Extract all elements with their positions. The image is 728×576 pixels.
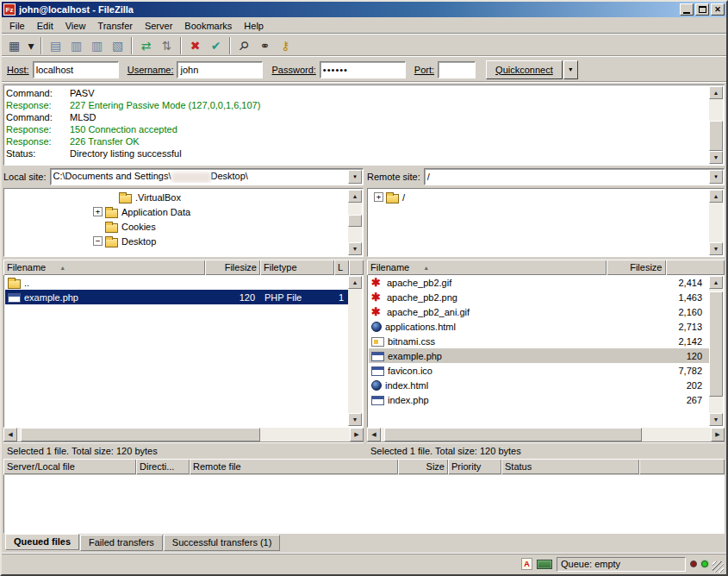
remote-list-hscrollbar-thumb[interactable] <box>384 428 642 441</box>
remote-site-dropdown-button[interactable]: ▾ <box>709 170 723 184</box>
quickconnect-button[interactable]: Quickconnect <box>486 60 563 79</box>
remote-list-scrollbar-up-button[interactable]: ▲ <box>709 276 723 289</box>
local-list-hscrollbar-thumb[interactable] <box>21 428 260 441</box>
port-input[interactable] <box>438 61 476 78</box>
log-scrollbar-track[interactable] <box>709 99 723 151</box>
collapse-icon[interactable]: − <box>93 236 103 246</box>
password-input[interactable] <box>320 61 406 78</box>
remote-tree-scrollbar-track[interactable] <box>709 203 723 242</box>
menu-transfer[interactable]: Transfer <box>91 18 139 34</box>
local-tree-scrollbar-down-button[interactable]: ▼ <box>348 242 362 255</box>
queue-column-priority[interactable]: Priority <box>448 459 501 474</box>
file-row[interactable]: bitnami.css2,142 <box>369 334 709 348</box>
file-row[interactable]: example.php120 <box>369 348 709 363</box>
remote-list-hscrollbar[interactable]: ◀▶ <box>367 428 725 441</box>
close-button[interactable]: ✕ <box>711 3 725 16</box>
tab-queued-files[interactable]: Queued files <box>5 534 79 550</box>
expand-icon[interactable]: + <box>374 192 383 202</box>
menu-view[interactable]: View <box>59 18 92 34</box>
local-tree-scrollbar-up-button[interactable]: ▲ <box>348 190 362 203</box>
queue-column-size[interactable]: Size <box>398 459 448 474</box>
remote-list-hscrollbar-right-button[interactable]: ▶ <box>711 428 725 441</box>
remote-site-combo[interactable]: / ▾ <box>424 168 725 185</box>
file-row[interactable]: example.php120PHP File1 <box>5 290 348 304</box>
username-input[interactable] <box>177 61 263 78</box>
column-header-l[interactable]: L <box>334 260 349 275</box>
local-site-combo[interactable]: C:\Documents and Settings\Desktop\ ▾ <box>50 168 364 185</box>
tab-successful-transfers-1[interactable]: Successful transfers (1) <box>164 535 281 551</box>
column-header-filetype[interactable]: Filetype <box>260 260 334 275</box>
tree-item[interactable]: +/ <box>369 190 709 204</box>
site-manager-button[interactable]: ▦ <box>4 36 24 55</box>
file-row[interactable]: .. <box>5 275 348 290</box>
local-list-scrollbar-down-button[interactable]: ▼ <box>348 413 362 426</box>
remote-list-scrollbar[interactable]: ▲▼ <box>709 276 723 426</box>
toggle-message-log-button[interactable]: ▤ <box>46 36 65 55</box>
remote-list-hscrollbar-track[interactable] <box>381 428 711 441</box>
local-site-dropdown-button[interactable]: ▾ <box>348 170 362 184</box>
file-row[interactable]: apache_pb2_ani.gif2,160 <box>369 304 709 319</box>
file-row[interactable]: favicon.ico7,782 <box>369 363 709 378</box>
menu-edit[interactable]: Edit <box>31 18 59 34</box>
local-list-hscrollbar-right-button[interactable]: ▶ <box>350 428 364 441</box>
refresh-button[interactable]: ⇄ <box>136 36 156 55</box>
menu-help[interactable]: Help <box>238 18 270 34</box>
host-input[interactable] <box>33 61 119 78</box>
column-header-filesize[interactable]: Filesize <box>205 260 260 275</box>
column-header-filename[interactable]: Filename▲ <box>367 260 607 275</box>
site-manager-dropdown-button[interactable]: ▾ <box>25 36 37 55</box>
menu-bookmarks[interactable]: Bookmarks <box>178 18 238 34</box>
remote-list-scrollbar-track[interactable] <box>709 289 723 413</box>
tree-item[interactable]: +Application Data <box>5 204 348 219</box>
local-list-scrollbar-up-button[interactable]: ▲ <box>348 276 362 289</box>
remote-list-scrollbar-thumb[interactable] <box>709 291 723 397</box>
menu-server[interactable]: Server <box>139 18 178 34</box>
resize-grip[interactable] <box>712 561 724 573</box>
expand-icon[interactable]: + <box>93 207 103 216</box>
menu-file[interactable]: File <box>3 18 31 34</box>
tree-item[interactable]: Cookies <box>5 219 348 234</box>
file-row[interactable]: index.html202 <box>369 378 709 392</box>
file-row[interactable]: apache_pb2.gif2,414 <box>369 275 709 290</box>
toggle-remote-tree-button[interactable]: ▥ <box>87 36 107 55</box>
queue-column-directi[interactable]: Directi... <box>136 459 190 474</box>
minimize-button[interactable] <box>680 3 694 16</box>
local-tree-scrollbar-track[interactable] <box>348 203 362 242</box>
local-list-scrollbar[interactable]: ▲▼ <box>348 276 362 426</box>
local-list-scrollbar-track[interactable] <box>348 289 362 413</box>
remote-tree-scrollbar-down-button[interactable]: ▼ <box>709 242 723 255</box>
transfer-queue-body[interactable] <box>3 475 725 534</box>
remote-list-hscrollbar-left-button[interactable]: ◀ <box>367 428 381 441</box>
local-list-hscrollbar[interactable]: ◀▶ <box>3 428 364 441</box>
directory-comparison-button[interactable]: ⚲ <box>234 36 254 55</box>
file-row[interactable]: index.php267 <box>369 392 709 407</box>
quickconnect-dropdown-button[interactable]: ▾ <box>563 60 578 79</box>
queue-column-status[interactable]: Status <box>501 459 639 474</box>
local-tree-scrollbar[interactable]: ▲▼ <box>348 190 362 255</box>
maximize-button[interactable] <box>695 3 709 16</box>
cancel-button[interactable]: ✖ <box>185 36 205 55</box>
file-row[interactable]: apache_pb2.png1,463 <box>369 290 709 304</box>
remote-list-scrollbar-down-button[interactable]: ▼ <box>709 413 723 426</box>
local-tree-scrollbar-thumb[interactable] <box>348 215 362 227</box>
log-scrollbar-down-button[interactable]: ▼ <box>709 151 723 164</box>
file-row[interactable]: applications.html2,713 <box>369 319 709 334</box>
column-header-filesize[interactable]: Filesize <box>607 260 666 275</box>
local-list-hscrollbar-left-button[interactable]: ◀ <box>3 428 17 441</box>
tree-item[interactable]: .VirtualBox <box>5 190 348 204</box>
disconnect-button[interactable]: ✔ <box>206 36 226 55</box>
tab-failed-transfers[interactable]: Failed transfers <box>80 535 163 551</box>
titlebar[interactable]: Fz john@localhost - FileZilla ✕ <box>2 2 726 17</box>
queue-column-server-local-file[interactable]: Server/Local file <box>3 459 136 474</box>
log-scrollbar-up-button[interactable]: ▲ <box>709 86 723 99</box>
remote-tree-scrollbar-up-button[interactable]: ▲ <box>709 190 723 203</box>
log-scrollbar-thumb[interactable] <box>709 121 723 151</box>
log-scrollbar[interactable]: ▲▼ <box>709 86 723 164</box>
site-keys-button[interactable]: ⚷ <box>276 36 296 55</box>
find-files-button[interactable]: ⚭ <box>255 36 275 55</box>
toggle-local-tree-button[interactable]: ▥ <box>66 36 86 55</box>
tree-item[interactable]: −Desktop <box>5 234 348 248</box>
process-queue-button[interactable]: ⇅ <box>157 36 177 55</box>
queue-column-remote-file[interactable]: Remote file <box>190 459 398 474</box>
remote-tree-scrollbar[interactable]: ▲▼ <box>709 190 723 255</box>
